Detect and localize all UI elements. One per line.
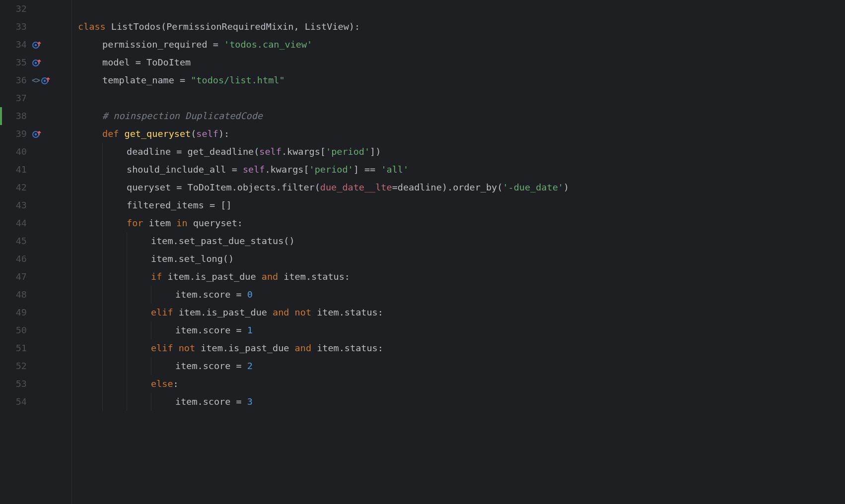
gutter-row[interactable]: 45 <box>0 232 71 250</box>
code-text[interactable]: # noinspection DuplicatedCode <box>102 107 263 125</box>
line-number[interactable]: 42 <box>0 179 30 196</box>
gutter-row[interactable]: 40 <box>0 143 71 161</box>
code-line[interactable]: item.score = 2 <box>78 357 845 375</box>
code-area[interactable]: class ListTodos(PermissionRequiredMixin,… <box>72 0 845 504</box>
gutter-row[interactable]: 53 <box>0 375 71 393</box>
code-line[interactable]: deadline = get_deadline(self.kwargs['per… <box>78 143 845 161</box>
gutter-row[interactable]: 39 <box>0 125 71 143</box>
gutter-row[interactable]: 35 <box>0 54 71 71</box>
code-text[interactable]: item.set_long() <box>151 250 234 268</box>
gutter-row[interactable]: 54 <box>0 393 71 411</box>
code-line[interactable]: for item in queryset: <box>78 214 845 232</box>
html-element-icon[interactable]: <> <box>32 71 40 89</box>
code-text[interactable]: model = ToDoItem <box>102 54 191 71</box>
code-line[interactable]: item.score = 0 <box>78 286 845 304</box>
code-editor[interactable]: 323334 35 36<> 373839 404142434445464748… <box>0 0 845 504</box>
code-text[interactable]: filtered_items = [] <box>127 196 232 214</box>
gutter-row[interactable]: 42 <box>0 179 71 196</box>
code-text[interactable]: should_include_all = self.kwargs['period… <box>127 161 409 179</box>
line-number[interactable]: 33 <box>0 18 30 36</box>
gutter-row[interactable]: 34 <box>0 36 71 54</box>
line-number[interactable]: 35 <box>0 54 30 71</box>
gutter-icons <box>32 40 42 50</box>
code-line[interactable]: elif not item.is_past_due and item.statu… <box>78 339 845 357</box>
line-number[interactable]: 52 <box>0 357 30 375</box>
line-number[interactable]: 41 <box>0 161 30 179</box>
gutter-row[interactable]: 41 <box>0 161 71 179</box>
line-number[interactable]: 36 <box>0 71 30 89</box>
gutter-row[interactable]: 44 <box>0 214 71 232</box>
line-number[interactable]: 37 <box>0 89 30 107</box>
code-line[interactable]: should_include_all = self.kwargs['period… <box>78 161 845 179</box>
code-text[interactable]: item.score = 0 <box>175 286 253 304</box>
gutter-row[interactable]: 46 <box>0 250 71 268</box>
line-number[interactable]: 45 <box>0 232 30 250</box>
override-icon[interactable] <box>32 129 42 139</box>
line-number[interactable]: 51 <box>0 339 30 357</box>
code-text[interactable]: item.score = 1 <box>175 321 253 339</box>
line-number[interactable]: 39 <box>0 125 30 143</box>
code-line[interactable]: item.set_past_due_status() <box>78 232 845 250</box>
code-line[interactable]: item.set_long() <box>78 250 845 268</box>
override-icon[interactable] <box>32 58 42 67</box>
code-line[interactable]: item.score = 3 <box>78 393 845 411</box>
gutter-row[interactable]: 43 <box>0 196 71 214</box>
override-icon[interactable] <box>41 75 51 85</box>
code-text[interactable]: def get_queryset(self): <box>102 125 229 143</box>
code-line[interactable]: permission_required = 'todos.can_view' <box>78 36 845 54</box>
gutter-row[interactable]: 48 <box>0 286 71 304</box>
line-number[interactable]: 46 <box>0 250 30 268</box>
gutter-row[interactable]: 51 <box>0 339 71 357</box>
line-number[interactable]: 47 <box>0 268 30 286</box>
code-text[interactable]: for item in queryset: <box>127 214 243 232</box>
code-text[interactable]: elif not item.is_past_due and item.statu… <box>151 339 383 357</box>
gutter-row[interactable]: 33 <box>0 18 71 36</box>
code-line[interactable]: if item.is_past_due and item.status: <box>78 268 845 286</box>
line-number[interactable]: 38 <box>0 107 30 125</box>
code-text[interactable]: item.score = 2 <box>175 357 253 375</box>
line-number[interactable]: 43 <box>0 196 30 214</box>
line-number[interactable]: 48 <box>0 286 30 304</box>
line-number[interactable]: 44 <box>0 214 30 232</box>
code-line[interactable]: class ListTodos(PermissionRequiredMixin,… <box>78 18 845 36</box>
gutter-row[interactable]: 37 <box>0 89 71 107</box>
line-number[interactable]: 50 <box>0 321 30 339</box>
gutter-row[interactable]: 32 <box>0 0 71 18</box>
code-text[interactable]: item.set_past_due_status() <box>151 232 295 250</box>
line-number[interactable]: 32 <box>0 0 30 18</box>
code-text[interactable]: template_name = "todos/list.html" <box>102 71 285 89</box>
code-text[interactable]: item.score = 3 <box>175 393 253 411</box>
code-line[interactable]: item.score = 1 <box>78 321 845 339</box>
code-line[interactable]: queryset = ToDoItem.objects.filter(due_d… <box>78 179 845 196</box>
line-number[interactable]: 40 <box>0 143 30 161</box>
svg-point-7 <box>35 133 37 135</box>
svg-point-5 <box>44 80 46 82</box>
line-number[interactable]: 54 <box>0 393 30 411</box>
gutter-row[interactable]: 49 <box>0 304 71 321</box>
code-text[interactable]: if item.is_past_due and item.status: <box>151 268 350 286</box>
code-line[interactable]: filtered_items = [] <box>78 196 845 214</box>
line-number[interactable]: 34 <box>0 36 30 54</box>
code-line[interactable] <box>78 89 845 107</box>
code-line[interactable]: model = ToDoItem <box>78 54 845 71</box>
code-text[interactable]: deadline = get_deadline(self.kwargs['per… <box>127 143 381 161</box>
code-line[interactable]: # noinspection DuplicatedCode <box>78 107 845 125</box>
override-icon[interactable] <box>32 40 42 50</box>
code-line[interactable]: elif item.is_past_due and not item.statu… <box>78 304 845 321</box>
line-number[interactable]: 49 <box>0 304 30 321</box>
gutter-row[interactable]: 47 <box>0 268 71 286</box>
code-line[interactable] <box>78 0 845 18</box>
code-text[interactable]: queryset = ToDoItem.objects.filter(due_d… <box>127 179 569 196</box>
code-line[interactable]: def get_queryset(self): <box>78 125 845 143</box>
code-line[interactable]: else: <box>78 375 845 393</box>
gutter-row[interactable]: 38 <box>0 107 71 125</box>
code-line[interactable]: template_name = "todos/list.html" <box>78 71 845 89</box>
code-text[interactable]: class ListTodos(PermissionRequiredMixin,… <box>78 18 360 36</box>
gutter-row[interactable]: 52 <box>0 357 71 375</box>
code-text[interactable]: else: <box>151 375 179 393</box>
line-number[interactable]: 53 <box>0 375 30 393</box>
code-text[interactable]: permission_required = 'todos.can_view' <box>102 36 312 54</box>
code-text[interactable]: elif item.is_past_due and not item.statu… <box>151 304 383 321</box>
gutter-row[interactable]: 36<> <box>0 71 71 89</box>
gutter-row[interactable]: 50 <box>0 321 71 339</box>
